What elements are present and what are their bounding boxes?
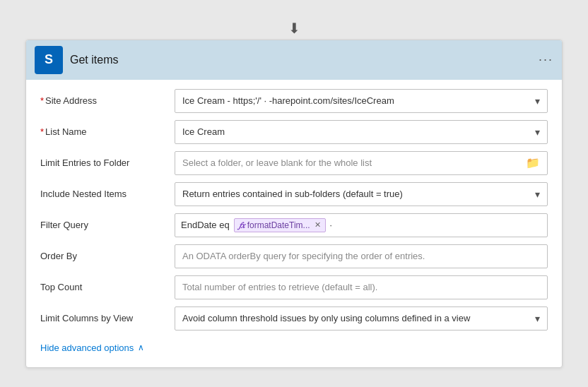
include-nested-label: Include Nested Items [40,189,175,199]
filter-query-label: Filter Query [40,220,175,230]
top-count-row: Top Count Total number of entries to ret… [40,275,548,300]
filter-query-prefix: EndDate eq [181,220,230,230]
order-by-row: Order By An ODATA orderBy query for spec… [40,244,548,269]
site-address-dropdown[interactable]: Ice Cream - https;'/' · -harepoint.com/s… [175,89,548,113]
list-name-dropdown[interactable]: Ice Cream ▾ [175,120,548,144]
hide-advanced-button[interactable]: Hide advanced options ∧ [40,337,144,356]
site-address-chevron-icon: ▾ [535,95,540,107]
required-star-2: * [40,126,44,137]
order-by-placeholder: An ODATA orderBy query for specifying th… [182,251,425,261]
folder-icon: 📁 [526,156,540,169]
site-address-label: *Site Address [40,95,175,106]
include-nested-dropdown[interactable]: Return entries contained in sub-folders … [175,182,548,206]
sharepoint-icon: S [35,46,63,74]
list-name-value: Ice Cream [182,126,225,137]
list-name-label: *List Name [40,126,175,137]
list-name-chevron-icon: ▾ [535,126,540,138]
limit-columns-dropdown[interactable]: Avoid column threshold issues by only us… [175,306,548,331]
card-body: *Site Address Ice Cream - https;'/' · -h… [26,80,562,367]
filter-fx-chip[interactable]: 𝑓𝑥 formatDateTim... ✕ [234,218,326,232]
limit-columns-value: Avoid column threshold issues by only us… [182,313,493,323]
order-by-label: Order By [40,251,175,261]
filter-query-row: Filter Query EndDate eq 𝑓𝑥 formatDateTim… [40,213,548,238]
limit-entries-placeholder: Select a folder, or leave blank for the … [182,157,526,168]
list-name-row: *List Name Ice Cream ▾ [40,119,548,145]
top-count-label: Top Count [40,282,175,292]
limit-entries-label: Limit Entries to Folder [40,157,175,168]
filter-query-input[interactable]: EndDate eq 𝑓𝑥 formatDateTim... ✕ · [175,213,548,237]
site-address-value: Ice Cream - https;'/' · -harepoint.com/s… [182,95,394,106]
filter-query-suffix: · [330,220,332,230]
card-menu-button[interactable]: ··· [539,52,553,67]
fx-chip-label: formatDateTim... [247,220,310,230]
include-nested-chevron-icon: ▾ [535,189,540,200]
include-nested-row: Include Nested Items Return entries cont… [40,181,548,207]
limit-columns-row: Limit Columns by View Avoid column thres… [40,306,548,331]
hide-advanced-label: Hide advanced options [40,343,134,353]
limit-columns-label: Limit Columns by View [40,313,175,323]
card-header: S Get items ··· [26,40,562,80]
top-count-input[interactable]: Total number of entries to retrieve (def… [175,275,548,299]
card-header-left: S Get items [35,46,118,74]
limit-columns-chevron-icon: ▾ [535,313,540,324]
limit-entries-row: Limit Entries to Folder Select a folder,… [40,150,548,176]
chevron-up-icon: ∧ [138,343,144,352]
order-by-input[interactable]: An ODATA orderBy query for specifying th… [175,244,548,268]
fx-icon: 𝑓𝑥 [239,220,245,230]
required-star: * [40,95,44,106]
include-nested-value: Return entries contained in sub-folders … [182,189,535,199]
connector-arrow: ⬇ [288,20,300,37]
top-count-placeholder: Total number of entries to retrieve (def… [182,282,377,292]
chip-close-icon[interactable]: ✕ [314,220,321,230]
limit-entries-input[interactable]: Select a folder, or leave blank for the … [175,151,548,175]
site-address-row: *Site Address Ice Cream - https;'/' · -h… [40,88,548,114]
card-title: Get items [70,54,118,66]
get-items-card: S Get items ··· *Site Address Ice Cream … [25,40,563,368]
